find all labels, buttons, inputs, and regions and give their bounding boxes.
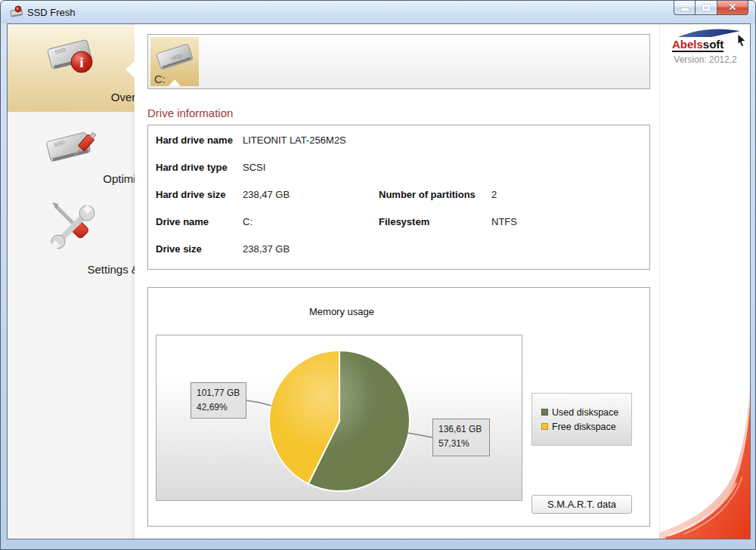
- drive-info-box: Hard drive name LITEONIT LAT-256M2S Hard…: [147, 125, 650, 270]
- chart-title: Memory usage: [148, 306, 535, 317]
- window-title: SSD Fresh: [27, 7, 76, 18]
- sidebar-item-optimization[interactable]: SSD Optimization: [8, 124, 135, 193]
- ssd-syringe-icon: SSD: [42, 125, 101, 169]
- tools-icon: [42, 198, 101, 254]
- info-field-value: 2: [491, 189, 497, 200]
- smart-data-button[interactable]: S.M.A.R.T. data: [531, 495, 632, 514]
- info-field-label: Number of partitions: [379, 189, 476, 200]
- callout-percent: 42,69%: [197, 400, 246, 415]
- section-heading-drive-information: Drive information: [147, 107, 233, 119]
- logo-text: Abelssoft: [672, 38, 723, 52]
- info-field-label: Drive size: [156, 243, 202, 255]
- memory-usage-panel: Memory usage 101,77 GB 42,69%: [147, 287, 650, 527]
- callout-percent: 57,31%: [438, 437, 489, 451]
- client-area: SSD i Overview SSD: [7, 23, 751, 539]
- hdd-icon: HDD: [153, 39, 197, 74]
- info-field-label: Hard drive type: [156, 162, 228, 173]
- callout-free-diskspace: 101,77 GB 42,69%: [191, 382, 246, 419]
- legend-item-used: Used diskspace: [541, 407, 631, 418]
- main-content: HDD C: Drive information Hard drive name…: [135, 24, 659, 539]
- red-swoosh-decoration: [659, 335, 751, 539]
- info-field-label: Drive name: [156, 216, 209, 227]
- window-controls: ✕: [674, 1, 748, 15]
- ssd-info-icon: SSD i: [42, 33, 101, 79]
- chart-legend: Used diskspace Free diskspace: [531, 393, 632, 446]
- callout-used-diskspace: 136,61 GB 57,31%: [432, 419, 490, 456]
- close-button[interactable]: ✕: [717, 1, 748, 15]
- drive-letter: C:: [154, 73, 166, 85]
- maximize-icon: [702, 5, 710, 11]
- title-bar: SSD Fresh ✕: [1, 1, 755, 23]
- close-icon: ✕: [717, 2, 748, 13]
- callout-value: 101,77 GB: [197, 386, 246, 400]
- info-field-value: 238,47 GB: [243, 189, 290, 200]
- info-field-value: C:: [243, 216, 253, 227]
- sidebar-item-settings-support[interactable]: Settings & Support: [8, 196, 135, 281]
- active-item-notch: [125, 61, 135, 78]
- legend-marker-free: [541, 423, 548, 430]
- info-field-value: 238,37 GB: [243, 243, 290, 255]
- minimize-icon: [681, 8, 689, 11]
- info-field-value: NTFS: [491, 216, 517, 227]
- app-icon: [10, 5, 23, 18]
- cursor-arrow-icon: [737, 34, 748, 48]
- sidebar: SSD i Overview SSD: [8, 24, 135, 539]
- sidebar-item-overview[interactable]: SSD i Overview: [8, 26, 135, 112]
- info-field-value: SCSI: [243, 162, 265, 173]
- svg-text:i: i: [79, 54, 83, 70]
- info-field-label: Hard drive size: [156, 189, 226, 200]
- selected-drive-pointer: [169, 79, 181, 86]
- drive-tile-c[interactable]: HDD C:: [150, 37, 199, 86]
- pie-chart: [264, 345, 415, 496]
- info-field-label: Filesystem: [379, 216, 429, 227]
- minimize-button[interactable]: [674, 1, 696, 15]
- info-field-label: Hard drive name: [156, 134, 233, 146]
- abelssoft-logo: Abelssoft: [668, 27, 746, 51]
- legend-label: Used diskspace: [552, 407, 618, 418]
- right-panel: Abelssoft Version: 2012,2: [659, 24, 751, 539]
- app-window: SSD Fresh ✕: [0, 0, 756, 550]
- version-label: Version: 2012,2: [660, 54, 751, 65]
- logo-swoosh-icon: [677, 27, 742, 38]
- legend-marker-used: [541, 409, 548, 416]
- callout-value: 136,61 GB: [438, 422, 489, 437]
- info-field-value: LITEONIT LAT-256M2S: [243, 134, 346, 146]
- pie-shading: [269, 351, 410, 491]
- drive-selector: HDD C:: [147, 34, 650, 89]
- legend-item-free: Free diskspace: [541, 422, 631, 432]
- maximize-button[interactable]: [696, 1, 717, 15]
- legend-label: Free diskspace: [552, 422, 616, 432]
